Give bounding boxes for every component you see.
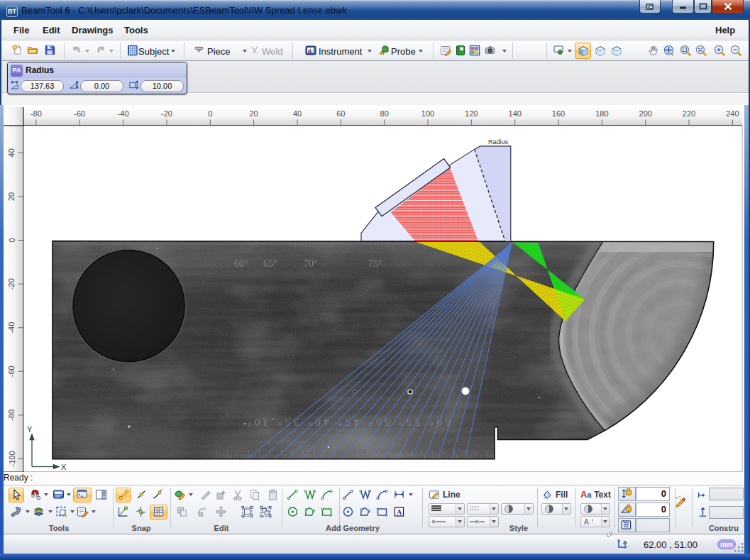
svg-text:65°: 65° (263, 258, 277, 269)
svg-text:Radius: Radius (488, 138, 509, 146)
svg-text:-80: -80 (31, 109, 42, 118)
svg-text:-80: -80 (8, 410, 16, 421)
svg-text:60: 60 (336, 109, 345, 118)
svg-text:20: 20 (249, 109, 258, 118)
svg-text:80: 80 (380, 109, 389, 118)
svg-text:X: X (61, 463, 67, 471)
svg-text:-40: -40 (118, 109, 129, 118)
svg-text:60°: 60° (234, 258, 248, 269)
svg-text:-20: -20 (8, 278, 16, 290)
svg-text:0: 0 (8, 238, 16, 242)
svg-text:0: 0 (208, 109, 212, 118)
svg-text:140: 140 (509, 109, 522, 118)
svg-text:220: 220 (683, 109, 695, 118)
svg-text:180: 180 (595, 109, 608, 118)
svg-text:20: 20 (8, 192, 16, 201)
svg-text:Y: Y (27, 425, 33, 434)
svg-text:40: 40 (293, 109, 302, 118)
svg-text:100: 100 (421, 109, 434, 118)
svg-text:-60: -60 (74, 109, 85, 118)
svg-text:75°: 75° (368, 258, 382, 269)
svg-text:160: 160 (552, 109, 565, 118)
svg-text:40: 40 (8, 148, 16, 157)
svg-text:70°: 70° (304, 258, 318, 269)
svg-text:-60: -60 (8, 366, 16, 377)
svg-text:120: 120 (465, 109, 478, 118)
svg-text:240: 240 (726, 109, 739, 118)
svg-text:-100: -100 (8, 451, 16, 466)
svg-text:-40: -40 (8, 322, 16, 334)
svg-text:200: 200 (639, 109, 652, 118)
svg-text:-20: -20 (161, 109, 172, 118)
